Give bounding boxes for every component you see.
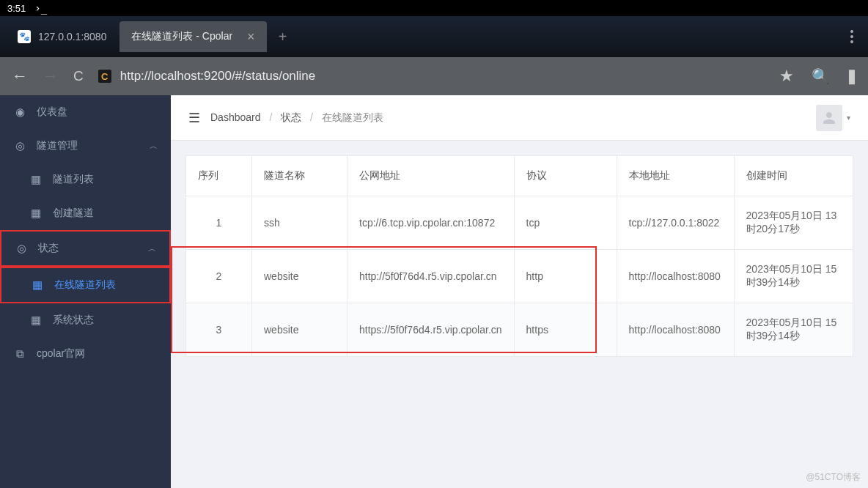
th-name: 隧道名称 (252, 156, 347, 196)
chevron-up-icon: ︿ (148, 243, 156, 254)
cell-name: website (252, 303, 347, 357)
cell-local: tcp://127.0.0.1:8022 (617, 196, 734, 250)
sidebar-item-label: 创建隧道 (53, 207, 94, 220)
external-link-icon: ⧉ (13, 347, 26, 361)
cell-public: http://5f0f76d4.r5.vip.cpolar.cn (347, 250, 515, 303)
tab-favicon-icon: 🐾 (18, 30, 31, 43)
chevron-up-icon: ︿ (150, 141, 158, 152)
sidebar-item-label: 隧道列表 (53, 173, 94, 186)
tunnel-icon: ◎ (13, 139, 26, 152)
th-public: 公网地址 (347, 156, 515, 196)
sidebar-item-create-tunnel[interactable]: ▦ 创建隧道 (0, 196, 171, 230)
th-local: 本地地址 (617, 156, 734, 196)
sidebar-item-tunnel-list[interactable]: ▦ 隧道列表 (0, 163, 171, 196)
sidebar-item-system-status[interactable]: ▦ 系统状态 (0, 303, 171, 337)
cell-protocol: http (514, 250, 617, 303)
sidebar-item-label: 系统状态 (53, 314, 94, 327)
browser-tab-strip: 🐾 127.0.0.1:8080 在线隧道列表 - Cpolar × + (0, 16, 868, 57)
tab-localhost-8080[interactable]: 🐾 127.0.0.1:8080 (6, 21, 118, 52)
clock-time: 3:51 (7, 3, 26, 14)
cell-created: 2023年05月10日 15时39分14秒 (734, 250, 853, 303)
tab-menu-button[interactable] (842, 30, 862, 43)
grid-icon: ▦ (29, 207, 43, 220)
cell-seq: 1 (186, 196, 252, 250)
address-bar[interactable]: C http://localhost:9200/#/status/online (98, 69, 765, 84)
terminal-prompt-icon: ›_ (34, 2, 47, 14)
forward-button[interactable]: → (43, 67, 59, 86)
cell-seq: 2 (186, 250, 252, 303)
table-row[interactable]: 3 website https://5f0f76d4.r5.vip.cpolar… (186, 303, 853, 357)
dashboard-icon: ◉ (13, 106, 26, 119)
breadcrumb-bar: ☰ Dashboard / 状态 / 在线隧道列表 ▾ (171, 95, 868, 141)
cell-local: http://localhost:8080 (617, 303, 734, 357)
list-icon: ▦ (29, 173, 43, 186)
th-seq: 序列 (186, 156, 252, 196)
cell-public: tcp://6.tcp.vip.cpolar.cn:10872 (347, 196, 515, 250)
table-row[interactable]: 2 website http://5f0f76d4.r5.vip.cpolar.… (186, 250, 853, 303)
sidebar-item-official-site[interactable]: ⧉ cpolar官网 (0, 337, 171, 371)
sidebar-item-label: cpolar官网 (37, 347, 85, 361)
tunnel-table: 序列 隧道名称 公网地址 协议 本地地址 创建时间 1 ssh tcp://6.… (185, 155, 853, 357)
cell-seq: 3 (186, 303, 252, 357)
tab-label: 在线隧道列表 - Cpolar (131, 30, 232, 43)
table-header-row: 序列 隧道名称 公网地址 协议 本地地址 创建时间 (186, 156, 853, 196)
list-icon: ▦ (31, 278, 44, 292)
chevron-down-icon: ▾ (847, 114, 850, 122)
breadcrumb-current: 在线隧道列表 (322, 111, 383, 123)
cell-protocol: tcp (514, 196, 617, 250)
breadcrumb: Dashboard / 状态 / 在线隧道列表 (210, 111, 383, 125)
cell-local: http://localhost:8080 (617, 250, 734, 303)
url-text: http://localhost:9200/#/status/online (120, 69, 316, 84)
menu-toggle-icon[interactable]: ☰ (188, 110, 200, 126)
sidebar-item-dashboard[interactable]: ◉ 仪表盘 (0, 95, 171, 129)
user-menu[interactable]: ▾ (816, 105, 850, 131)
cell-public: https://5f0f76d4.r5.vip.cpolar.cn (347, 303, 515, 357)
breadcrumb-separator: / (269, 111, 272, 123)
reload-button[interactable]: C (73, 68, 84, 84)
sidebar-item-label: 在线隧道列表 (54, 278, 116, 292)
bookmark-icon[interactable]: ▮ (847, 64, 856, 87)
watermark: @51CTO博客 (806, 471, 861, 484)
breadcrumb-mid[interactable]: 状态 (281, 111, 301, 123)
search-icon[interactable]: 🔍 (812, 67, 830, 85)
th-created: 创建时间 (734, 156, 853, 196)
sidebar-item-status[interactable]: ◎ 状态 ︿ (0, 230, 171, 267)
device-status-bar: 3:51 ›_ (0, 0, 868, 16)
grid-icon: ▦ (29, 314, 43, 327)
sidebar-item-online-list[interactable]: ▦ 在线隧道列表 (0, 267, 171, 303)
back-button[interactable]: ← (12, 67, 28, 86)
avatar-icon (816, 105, 842, 131)
tab-cpolar[interactable]: 在线隧道列表 - Cpolar × (119, 21, 266, 52)
sidebar-item-tunnel-mgmt[interactable]: ◎ 隧道管理 ︿ (0, 129, 171, 163)
cell-created: 2023年05月10日 15时39分14秒 (734, 303, 853, 357)
cell-created: 2023年05月10日 13时20分17秒 (734, 196, 853, 250)
breadcrumb-separator: / (310, 111, 313, 123)
main-content: ☰ Dashboard / 状态 / 在线隧道列表 ▾ 序列 隧道 (171, 95, 868, 488)
browser-toolbar: ← → C C http://localhost:9200/#/status/o… (0, 57, 868, 95)
close-icon[interactable]: × (247, 29, 255, 45)
new-tab-button[interactable]: + (268, 29, 298, 45)
star-icon[interactable]: ★ (779, 67, 794, 86)
sidebar-item-label: 状态 (38, 242, 59, 255)
table-row[interactable]: 1 ssh tcp://6.tcp.vip.cpolar.cn:10872 tc… (186, 196, 853, 250)
status-icon: ◎ (15, 242, 28, 255)
th-protocol: 协议 (514, 156, 617, 196)
breadcrumb-root[interactable]: Dashboard (210, 111, 261, 123)
cell-name: ssh (252, 196, 347, 250)
site-favicon-icon: C (98, 70, 111, 83)
cell-name: website (252, 250, 347, 303)
sidebar-item-label: 仪表盘 (37, 106, 67, 119)
sidebar-item-label: 隧道管理 (37, 139, 78, 152)
cell-protocol: https (514, 303, 617, 357)
sidebar: ◉ 仪表盘 ◎ 隧道管理 ︿ ▦ 隧道列表 ▦ 创建隧道 ◎ 状态 ︿ ▦ 在线… (0, 95, 171, 488)
tab-label: 127.0.0.1:8080 (38, 31, 106, 42)
